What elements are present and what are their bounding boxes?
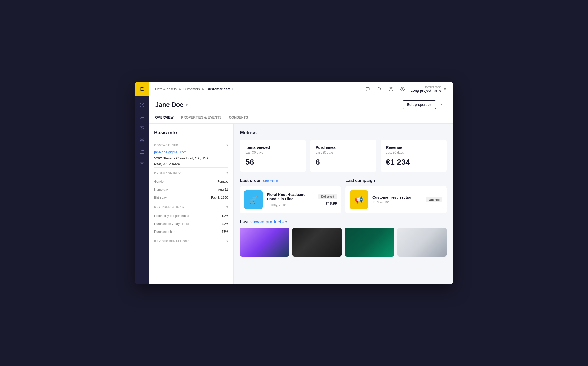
cart-icon: 🛒 (249, 195, 258, 204)
tab-overview[interactable]: OVERVIEW (155, 112, 174, 123)
purchase-7days-label: Purchase in 7 days RFM (154, 222, 189, 226)
page-title-row: Jane Doe ▾ Edit properties ··· (155, 100, 447, 109)
question-icon[interactable] (137, 100, 147, 110)
key-segmentations-label: KEY SEGMENTATIONS (154, 239, 189, 243)
image-icon[interactable] (137, 124, 147, 133)
personal-info-label: PERSONAL INFO (154, 171, 181, 174)
svg-point-10 (402, 88, 403, 90)
product-images-row (240, 228, 447, 257)
folder-icon[interactable] (137, 147, 147, 156)
prob-open-email-row: Probability of open email 10% (154, 212, 228, 220)
basic-info-title: Basic info (154, 130, 228, 136)
app-wrapper: E (135, 82, 453, 284)
last-order-block: Last order See more 🛒 Floral Knot Headba… (240, 178, 341, 213)
contact-info-label: CONTACT INFO (154, 143, 179, 147)
contact-address: 5292 Stevens Creek Blvd, CA, USA (154, 156, 228, 160)
prob-open-email-value: 10% (222, 214, 228, 218)
breadcrumb-customers[interactable]: Customers (183, 87, 200, 91)
key-segmentations-section-header[interactable]: KEY SEGMENTATIONS ▾ (154, 236, 228, 246)
right-panel: Metrics Items viewed Last 30 days 56 Pur… (234, 124, 453, 284)
filter-icon[interactable] (137, 159, 147, 168)
account-chevron-icon: ▼ (443, 87, 447, 91)
edit-properties-button[interactable]: Edit properties (403, 100, 436, 109)
chat-icon[interactable] (137, 112, 147, 121)
metric-card-items-viewed: Items viewed Last 30 days 56 (240, 140, 306, 172)
page-header: Jane Doe ▾ Edit properties ··· OVERVIEW … (149, 96, 453, 124)
last-order-title-row: Last order See more (240, 178, 341, 183)
key-segmentations-chevron-icon: ▾ (226, 239, 228, 243)
key-predictions-label: KEY PREDICTIONS (154, 205, 184, 208)
gender-row: Gender Female (154, 178, 228, 186)
contact-info-section-header[interactable]: CONTACT INFO ▾ (154, 140, 228, 150)
personal-info-chevron-icon: ▾ (226, 171, 228, 175)
birth-day-value: Feb 3, 1990 (211, 196, 228, 199)
purchase-7days-row: Purchase in 7 days RFM 49% (154, 220, 228, 228)
campaign-card: 📢 Customer resurrection 11 May, 2018 Ope… (345, 186, 447, 213)
tab-consents[interactable]: CONSENTS (229, 112, 248, 123)
last-campaign-title: Last campaign (345, 178, 375, 183)
order-name: Floral Knot Headband, Hoodie in Lilac (267, 193, 314, 201)
viewed-products-chevron-icon[interactable]: ▾ (285, 220, 287, 224)
metric-card-purchases: Purchases Last 30 days 6 (310, 140, 376, 172)
metric-items-viewed-title: Items viewed (245, 145, 301, 150)
sidebar-logo[interactable]: E (135, 82, 149, 96)
gender-value: Female (217, 180, 228, 184)
tab-properties-events[interactable]: PROPERTIES & EVENTS (181, 112, 221, 123)
page-title: Jane Doe ▾ (155, 101, 188, 108)
order-card: 🛒 Floral Knot Headband, Hoodie in Lilac … (240, 186, 341, 213)
see-more-link[interactable]: See more (263, 179, 278, 183)
last-campaign-block: Last campaign 📢 Customer resurrection 11… (345, 178, 447, 213)
name-day-value: Aug 21 (218, 188, 228, 191)
content-area: Basic info CONTACT INFO ▾ jane.doe@gmail… (149, 124, 453, 284)
bell-topbar-icon[interactable] (376, 85, 383, 93)
breadcrumb-customer-detail: Customer detail (207, 87, 233, 91)
breadcrumb: Data & assets ▶ Customers ▶ Customer det… (155, 87, 364, 91)
help-topbar-icon[interactable] (387, 85, 395, 93)
campaign-name: Customer resurrection (372, 195, 422, 199)
breadcrumb-data-assets[interactable]: Data & assets (155, 87, 177, 91)
database-icon[interactable] (137, 135, 147, 145)
metrics-title: Metrics (240, 130, 447, 136)
key-predictions-section-header[interactable]: KEY PREDICTIONS ▾ (154, 202, 228, 212)
metric-revenue-value: €1 234 (386, 158, 441, 167)
birth-day-row: Birth day Feb 3, 1990 (154, 194, 228, 202)
metric-revenue-title: Revenue (386, 145, 441, 150)
main-content: Data & assets ▶ Customers ▶ Customer det… (149, 82, 453, 284)
product-image-4[interactable] (397, 228, 447, 257)
more-options-button[interactable]: ··· (439, 101, 447, 108)
viewed-products-title-row: Last viewed products ▾ (240, 220, 447, 224)
contact-phone: (306)-3212-6326 (154, 162, 228, 166)
account-name-label: Account name (411, 86, 441, 89)
metric-card-revenue: Revenue Last 30 days €1 234 (381, 140, 447, 172)
topbar: Data & assets ▶ Customers ▶ Customer det… (149, 82, 453, 96)
metric-purchases-subtitle: Last 30 days (315, 151, 371, 154)
account-info-text: Account name Long project name (411, 86, 441, 93)
sidebar: E (135, 82, 149, 284)
svg-point-4 (140, 138, 144, 140)
product-image-1[interactable] (240, 228, 289, 257)
contact-email[interactable]: jane.doe@gmail.com (154, 150, 228, 154)
viewed-products-prefix: Last (240, 220, 249, 224)
order-details: Floral Knot Headband, Hoodie in Lilac 13… (267, 193, 314, 207)
gender-label: Gender (154, 180, 165, 184)
viewed-products-row: Last viewed products ▾ (240, 220, 447, 257)
page-title-chevron-icon[interactable]: ▾ (186, 103, 188, 107)
messages-topbar-icon[interactable] (364, 85, 371, 93)
order-date: 13 May, 2018 (267, 203, 314, 207)
metrics-row: Items viewed Last 30 days 56 Purchases L… (240, 140, 447, 172)
last-order-title: Last order (240, 178, 261, 183)
product-image-3[interactable] (345, 228, 394, 257)
product-image-2[interactable] (292, 228, 342, 257)
contact-info-chevron-icon: ▾ (226, 143, 228, 147)
viewed-products-label[interactable]: viewed products (250, 220, 284, 224)
purchase-7days-value: 49% (222, 222, 228, 226)
birth-day-label: Birth day (154, 196, 167, 199)
metric-purchases-value: 6 (315, 158, 371, 167)
personal-info-section-header[interactable]: PERSONAL INFO ▾ (154, 167, 228, 178)
page-header-actions: Edit properties ··· (403, 100, 447, 109)
account-info[interactable]: Account name Long project name ▼ (411, 86, 447, 93)
settings-topbar-icon[interactable] (399, 85, 406, 93)
customer-name: Jane Doe (155, 101, 184, 108)
order-product-image: 🛒 (244, 190, 263, 209)
breadcrumb-sep-1: ▶ (179, 87, 181, 91)
